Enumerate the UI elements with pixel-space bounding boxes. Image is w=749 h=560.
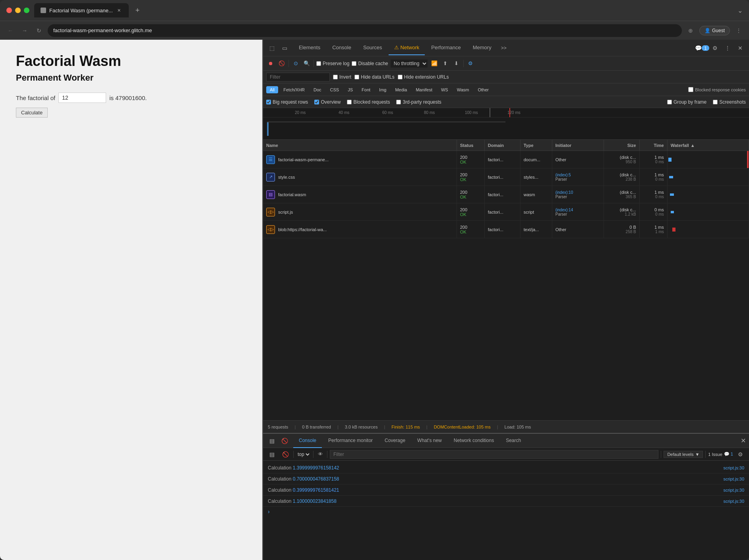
filter-font[interactable]: Font [358,86,374,93]
issues-icon[interactable]: 💬 1 [697,42,708,54]
third-party-checkbox[interactable] [396,100,401,104]
filter-css[interactable]: CSS [327,86,343,93]
th-type[interactable]: Type [521,140,552,151]
th-size[interactable]: Size [604,140,640,151]
group-by-frame-label[interactable]: Group by frame [667,99,706,105]
tab-expand-btn[interactable]: ⌄ [737,7,743,14]
close-devtools-btn[interactable]: ✕ [735,42,746,54]
filter-manifest[interactable]: Manifest [412,86,436,93]
th-name[interactable]: Name [263,140,457,151]
throttle-select[interactable]: No throttling [391,60,428,68]
minimize-window-btn[interactable] [15,8,21,13]
invert-checkbox[interactable] [333,75,338,79]
console-clear-icon[interactable]: 🚫 [279,435,290,446]
tab-network[interactable]: ⚠ Network [389,41,425,55]
guest-btn[interactable]: 👤 Guest [699,26,730,35]
tab-close-btn[interactable]: ✕ [116,7,122,14]
filter-media[interactable]: Media [391,86,410,93]
maximize-window-btn[interactable] [24,8,29,13]
console-top-icon[interactable]: ▤ [266,449,277,460]
tab-elements[interactable]: Elements [293,41,326,55]
th-initiator[interactable]: Initiator [552,140,604,151]
context-select[interactable]: top [296,451,311,458]
table-row[interactable]: ◁▷ script.js 200 OK factori... script (i… [263,203,749,221]
network-conditions-icon[interactable]: 📶 [430,59,439,68]
forward-btn[interactable]: → [19,25,30,36]
th-time[interactable]: Time [640,140,668,151]
th-status[interactable]: Status [457,140,485,151]
bt-tab-performance[interactable]: Performance monitor [323,434,378,448]
big-rows-checkbox[interactable] [266,100,271,104]
blocked-requests-label[interactable]: Blocked requests [347,99,390,105]
reload-btn[interactable]: ↻ [33,25,45,36]
new-tab-btn[interactable]: + [132,5,143,16]
console-link-4[interactable]: script.js:30 [723,499,744,504]
import-icon[interactable]: ⬆ [441,59,450,68]
factorial-input[interactable] [58,93,106,103]
zoom-btn[interactable]: ⊕ [685,25,696,36]
console-sidebar-icon[interactable]: ▤ [266,435,277,446]
more-devtools-btn[interactable]: ⋮ [722,42,733,54]
group-by-frame-checkbox[interactable] [667,100,672,104]
hide-data-urls-checkbox[interactable] [354,75,359,79]
filter-doc[interactable]: Doc [310,86,325,93]
console-link-3[interactable]: script.js:30 [723,488,744,492]
filter-js[interactable]: JS [344,86,356,93]
third-party-label[interactable]: 3rd-party requests [396,99,441,105]
device-icon[interactable]: ▭ [279,42,290,54]
blocked-requests-checkbox[interactable] [347,100,352,104]
calculate-button[interactable]: Calculate [16,108,48,118]
filter-other[interactable]: Other [474,86,492,93]
bt-tab-network-conditions[interactable]: Network conditions [448,434,499,448]
table-row[interactable]: ◁▷ blob:https://factorial-wa... 200 OK f… [263,221,749,238]
console-filter-input[interactable] [330,450,658,459]
filter-ws[interactable]: WS [437,86,452,93]
th-waterfall[interactable]: Waterfall ▲ [668,140,749,151]
eye-icon[interactable]: 👁 [316,450,325,459]
preserve-log-label[interactable]: Preserve log [316,61,349,66]
search-icon[interactable]: 🔍 [302,59,311,68]
tab-memory[interactable]: Memory [467,41,497,55]
th-domain[interactable]: Domain [485,140,521,151]
filter-wasm[interactable]: Wasm [453,86,473,93]
screenshots-checkbox[interactable] [713,100,718,104]
bt-tab-coverage[interactable]: Coverage [379,434,411,448]
filter-all[interactable]: All [266,86,278,93]
tab-console[interactable]: Console [327,41,357,55]
blocked-cookies-checkbox[interactable] [688,87,693,92]
clear-btn[interactable]: 🚫 [277,59,286,68]
record-btn[interactable]: ⏺ [266,59,275,68]
network-table[interactable]: Name Status Domain Type Initiator Size T… [263,140,749,420]
overview-label[interactable]: Overview [314,99,341,105]
filter-img[interactable]: Img [375,86,390,93]
issues-btn[interactable]: 1 Issue 💬 1 ⚙ [708,449,746,460]
more-btn[interactable]: ⋮ [733,25,744,36]
export-icon[interactable]: ⬇ [452,59,461,68]
close-window-btn[interactable] [6,8,12,13]
big-rows-label[interactable]: Big request rows [266,99,308,105]
hide-ext-urls-label[interactable]: Hide extension URLs [398,74,449,80]
invert-label[interactable]: Invert [333,74,351,80]
default-levels-btn[interactable]: Default levels ▼ [664,451,703,458]
filter-icon[interactable]: ⊙ [291,59,300,68]
disable-cache-checkbox[interactable] [352,61,356,66]
table-row[interactable]: ↗ style.css 200 OK factori... styles... … [263,168,749,186]
active-tab[interactable]: Factorial Wasm (permane... ✕ [34,3,129,17]
screenshots-label[interactable]: Screenshots [713,99,746,105]
bt-tab-search[interactable]: Search [500,434,526,448]
more-tabs-btn[interactable]: >> [498,45,510,51]
back-btn[interactable]: ← [5,25,16,36]
console-link-2[interactable]: script.js:30 [723,477,744,481]
hide-data-urls-label[interactable]: Hide data URLs [354,74,395,80]
bt-tab-whatsnew[interactable]: What's new [412,434,447,448]
console-link-1[interactable]: script.js:30 [723,465,744,470]
table-row[interactable]: ▤ factorial.wasm 200 OK factori... wasm … [263,186,749,203]
hide-ext-urls-checkbox[interactable] [398,75,403,79]
bt-tab-console[interactable]: Console [293,434,322,448]
tab-sources[interactable]: Sources [358,41,388,55]
network-filter-input[interactable] [266,73,330,81]
settings-network-icon[interactable]: ⚙ [466,59,475,68]
console-block-icon[interactable]: 🚫 [280,449,291,460]
table-row[interactable]: ☰ factorial-wasm-permane... 200 OK facto… [263,151,749,168]
bottom-panel-close-btn[interactable]: ✕ [741,437,746,444]
